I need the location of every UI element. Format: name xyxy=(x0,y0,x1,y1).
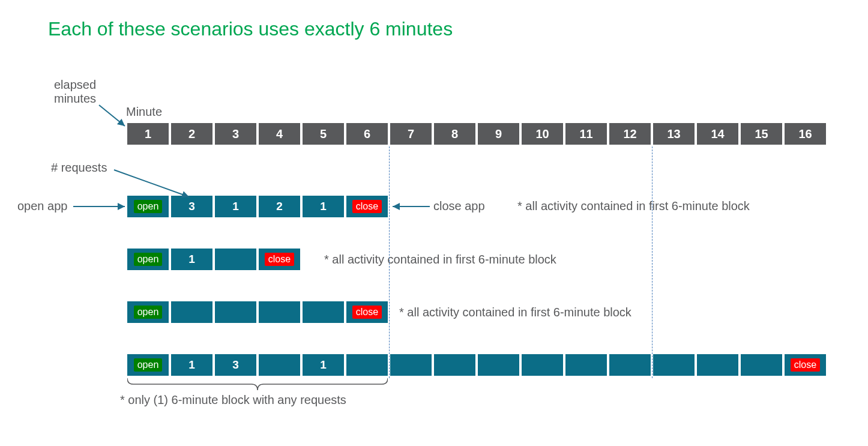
minute-header-cell: 1 xyxy=(127,123,169,145)
brace-first-block xyxy=(127,378,388,390)
scenario-row-4: open131close xyxy=(127,354,826,376)
scenario-cell xyxy=(697,354,738,376)
arrow-num-requests xyxy=(111,167,195,203)
minute-header-cell: 3 xyxy=(215,123,256,145)
scenario-cell: 1 xyxy=(171,354,212,376)
scenario-row-3: openclose xyxy=(127,301,388,323)
scenario-cell xyxy=(259,354,300,376)
scenario-1-note: * all activity contained in first 6-minu… xyxy=(517,199,750,213)
minute-header-cell: 4 xyxy=(259,123,300,145)
scenario-3-note: * all activity contained in first 6-minu… xyxy=(399,306,631,319)
scenario-cell xyxy=(390,354,432,376)
close-badge: close xyxy=(791,358,820,372)
scenario-cell xyxy=(171,301,212,323)
scenario-cell xyxy=(522,354,563,376)
scenario-cell: close xyxy=(346,196,388,217)
arrow-close-app xyxy=(389,202,432,214)
scenario-cell xyxy=(434,354,475,376)
minute-header-cell: 14 xyxy=(697,123,738,145)
scenario-cell: close xyxy=(346,301,388,323)
scenario-cell: open xyxy=(127,354,169,376)
svg-line-0 xyxy=(99,105,125,126)
scenario-2-note: * all activity contained in first 6-minu… xyxy=(324,253,556,267)
minute-header-row: 12345678910111213141516 xyxy=(127,123,826,145)
open-app-label: open app xyxy=(17,199,67,213)
scenario-cell: 1 xyxy=(171,249,212,270)
minute-header-cell: 13 xyxy=(653,123,695,145)
scenario-cell: close xyxy=(259,249,300,270)
elapsed-minutes-label: elapsed minutes xyxy=(54,78,96,106)
scenario-cell: 2 xyxy=(259,196,300,217)
scenario-cell xyxy=(741,354,782,376)
minute-header-cell: 2 xyxy=(171,123,212,145)
scenario-cell xyxy=(609,354,651,376)
minute-header-cell: 7 xyxy=(390,123,432,145)
scenario-cell xyxy=(478,354,519,376)
scenario-cell xyxy=(346,354,388,376)
minute-header-cell: 16 xyxy=(785,123,826,145)
arrow-elapsed-minutes xyxy=(96,102,132,132)
scenario-cell xyxy=(215,249,256,270)
svg-line-1 xyxy=(114,170,189,197)
minute-header-cell: 9 xyxy=(478,123,519,145)
scenario-cell: 1 xyxy=(215,196,256,217)
minute-header-cell: 15 xyxy=(741,123,782,145)
minute-header-cell: 5 xyxy=(303,123,344,145)
arrow-open-app xyxy=(72,202,129,214)
scenario-cell: open xyxy=(127,249,169,270)
close-app-label: close app xyxy=(433,199,485,213)
scenario-cell: 1 xyxy=(303,354,344,376)
minute-header-cell: 11 xyxy=(565,123,607,145)
open-badge: open xyxy=(134,253,163,266)
minute-header-cell: 6 xyxy=(346,123,388,145)
open-badge: open xyxy=(134,306,163,319)
minute-header-cell: 12 xyxy=(609,123,651,145)
separator-minute-6 xyxy=(389,146,390,378)
scenario-row-2: open1close xyxy=(127,249,300,270)
minute-header-cell: 10 xyxy=(522,123,563,145)
close-badge: close xyxy=(352,200,382,213)
scenario-cell: open xyxy=(127,301,169,323)
scenario-cell: 1 xyxy=(303,196,344,217)
scenario-cell xyxy=(565,354,607,376)
scenario-cell xyxy=(215,301,256,323)
close-badge: close xyxy=(265,253,294,266)
close-badge: close xyxy=(352,306,382,319)
scenario-cell xyxy=(653,354,695,376)
slide-title: Each of these scenarios uses exactly 6 m… xyxy=(48,18,453,40)
scenario-cell xyxy=(259,301,300,323)
minute-header-cell: 8 xyxy=(434,123,475,145)
open-badge: open xyxy=(134,358,163,372)
scenario-cell: 3 xyxy=(215,354,256,376)
separator-minute-12 xyxy=(652,146,653,378)
scenario-cell: close xyxy=(785,354,826,376)
scenario-4-note: * only (1) 6-minute block with any reque… xyxy=(120,393,346,407)
num-requests-label: # requests xyxy=(51,161,107,175)
scenario-cell xyxy=(303,301,344,323)
